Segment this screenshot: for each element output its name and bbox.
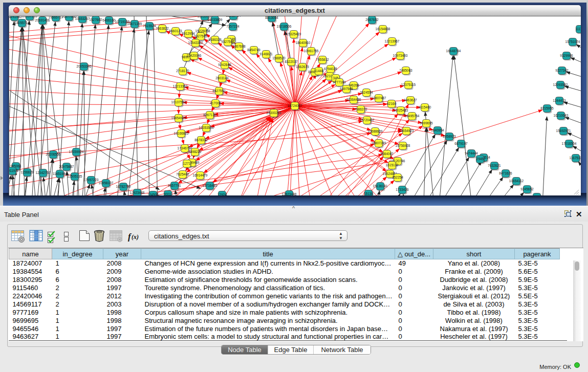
svg-text:10107553: 10107553 xyxy=(171,100,186,104)
svg-text:18724007: 18724007 xyxy=(288,104,302,107)
svg-text:8471626: 8471626 xyxy=(499,171,512,175)
svg-text:1562615: 1562615 xyxy=(296,65,309,69)
svg-text:15692971: 15692971 xyxy=(556,129,571,133)
svg-text:62160: 62160 xyxy=(387,102,396,105)
svg-text:8267130: 8267130 xyxy=(203,113,216,117)
svg-text:19218506: 19218506 xyxy=(277,25,292,28)
svg-text:17346798: 17346798 xyxy=(178,146,192,150)
svg-text:7663822: 7663822 xyxy=(156,27,169,30)
svg-text:9657791: 9657791 xyxy=(168,184,181,187)
svg-text:6794028: 6794028 xyxy=(324,67,337,71)
svg-text:10654112: 10654112 xyxy=(509,179,524,183)
svg-text:18640910: 18640910 xyxy=(296,41,311,45)
svg-text:9242848: 9242848 xyxy=(218,63,231,67)
svg-text:9115460: 9115460 xyxy=(419,105,431,109)
svg-text:1271: 1271 xyxy=(183,162,191,165)
svg-text:124505: 124505 xyxy=(147,193,159,195)
svg-text:8660123: 8660123 xyxy=(169,29,182,33)
svg-text:15325419: 15325419 xyxy=(287,32,301,36)
svg-text:10958107: 10958107 xyxy=(99,181,114,185)
svg-text:17957223: 17957223 xyxy=(84,178,99,182)
svg-text:9745012: 9745012 xyxy=(530,195,543,195)
svg-text:252254: 252254 xyxy=(392,176,403,179)
svg-text:15716485: 15716485 xyxy=(203,184,217,187)
svg-text:1733426: 1733426 xyxy=(396,188,409,191)
svg-text:19654923: 19654923 xyxy=(399,129,414,133)
svg-text:9311: 9311 xyxy=(164,192,171,195)
svg-text:7632621: 7632621 xyxy=(488,164,501,167)
svg-text:16648784: 16648784 xyxy=(446,49,461,53)
svg-text:23420046: 23420046 xyxy=(187,54,202,57)
svg-text:16210643: 16210643 xyxy=(554,114,569,117)
svg-text:20206556: 20206556 xyxy=(46,152,61,156)
svg-text:9777169: 9777169 xyxy=(333,80,346,84)
svg-text:1640954: 1640954 xyxy=(431,128,444,132)
svg-text:19166825: 19166825 xyxy=(174,132,189,135)
svg-text:10025433: 10025433 xyxy=(394,108,408,112)
svg-text:19756928: 19756928 xyxy=(396,144,410,147)
svg-text:16495754: 16495754 xyxy=(405,114,420,118)
svg-text:11173: 11173 xyxy=(575,27,581,31)
svg-text:12213363: 12213363 xyxy=(173,84,188,88)
svg-text:9245652: 9245652 xyxy=(520,187,534,191)
svg-text:2803144: 2803144 xyxy=(215,76,229,80)
svg-text:18312754: 18312754 xyxy=(226,16,241,17)
svg-text:2718170: 2718170 xyxy=(176,69,189,73)
svg-text:2087652: 2087652 xyxy=(365,18,379,21)
svg-text:8958923: 8958923 xyxy=(443,135,456,138)
svg-text:12823448: 12823448 xyxy=(282,192,297,195)
svg-text:7955812: 7955812 xyxy=(316,58,329,61)
svg-text:9329966: 9329966 xyxy=(560,54,573,57)
svg-text:9327508: 9327508 xyxy=(221,40,234,43)
svg-text:6879197: 6879197 xyxy=(454,142,468,145)
svg-text:8427552: 8427552 xyxy=(212,89,226,93)
svg-text:7986372: 7986372 xyxy=(354,107,367,111)
svg-text:2945: 2945 xyxy=(476,157,484,161)
svg-text:9146821: 9146821 xyxy=(259,52,273,56)
svg-text:12924: 12924 xyxy=(217,193,227,195)
svg-text:15751074: 15751074 xyxy=(565,40,580,43)
svg-text:8215955: 8215955 xyxy=(540,106,554,110)
svg-text:17016504: 17016504 xyxy=(562,142,577,145)
svg-text:10973493: 10973493 xyxy=(393,54,408,57)
svg-text:1244413: 1244413 xyxy=(553,99,566,102)
svg-text:3911911: 3911911 xyxy=(9,169,19,172)
svg-text:8454749: 8454749 xyxy=(247,48,260,52)
svg-text:16033809: 16033809 xyxy=(208,18,223,21)
svg-text:17359924: 17359924 xyxy=(69,150,84,154)
svg-text:12923448: 12923448 xyxy=(130,191,145,194)
svg-text:9327505: 9327505 xyxy=(194,34,207,38)
svg-text:16782759: 16782759 xyxy=(116,185,131,188)
svg-text:15136141: 15136141 xyxy=(373,184,388,188)
svg-text:20053346: 20053346 xyxy=(77,64,92,68)
svg-text:14055714: 14055714 xyxy=(15,21,30,25)
svg-text:15720407: 15720407 xyxy=(360,118,375,122)
svg-text:7357224: 7357224 xyxy=(226,25,239,28)
svg-text:7485063: 7485063 xyxy=(399,69,412,72)
svg-text:6497568: 6497568 xyxy=(340,87,353,91)
svg-text:12505135: 12505135 xyxy=(68,174,82,178)
svg-text:16914479: 16914479 xyxy=(193,173,208,177)
svg-text:1156829: 1156829 xyxy=(21,170,34,174)
svg-text:7625402: 7625402 xyxy=(176,172,189,176)
svg-text:10688609: 10688609 xyxy=(368,129,383,133)
svg-text:16241985: 16241985 xyxy=(9,16,22,18)
svg-text:20691406: 20691406 xyxy=(35,18,50,22)
svg-text:11448: 11448 xyxy=(314,69,323,73)
svg-text:9699695: 9699695 xyxy=(420,121,433,125)
svg-text:9084067: 9084067 xyxy=(380,152,394,156)
svg-text:3498222: 3498222 xyxy=(188,150,202,154)
svg-text:8322037: 8322037 xyxy=(285,60,298,63)
svg-text:9227342: 9227342 xyxy=(555,69,569,72)
svg-text:16154838: 16154838 xyxy=(376,27,390,31)
svg-text:16671355: 16671355 xyxy=(127,22,142,26)
svg-text:10807487: 10807487 xyxy=(372,96,386,100)
svg-text:9463627: 9463627 xyxy=(404,98,417,102)
svg-text:9474444: 9474444 xyxy=(465,151,478,155)
svg-text:10961755: 10961755 xyxy=(304,49,319,53)
svg-text:10653267: 10653267 xyxy=(75,17,90,20)
svg-text:8813054: 8813054 xyxy=(265,16,278,19)
svg-text:11451944: 11451944 xyxy=(53,172,68,176)
svg-text:8678332: 8678332 xyxy=(194,138,208,142)
svg-text:12213967: 12213967 xyxy=(385,39,400,43)
